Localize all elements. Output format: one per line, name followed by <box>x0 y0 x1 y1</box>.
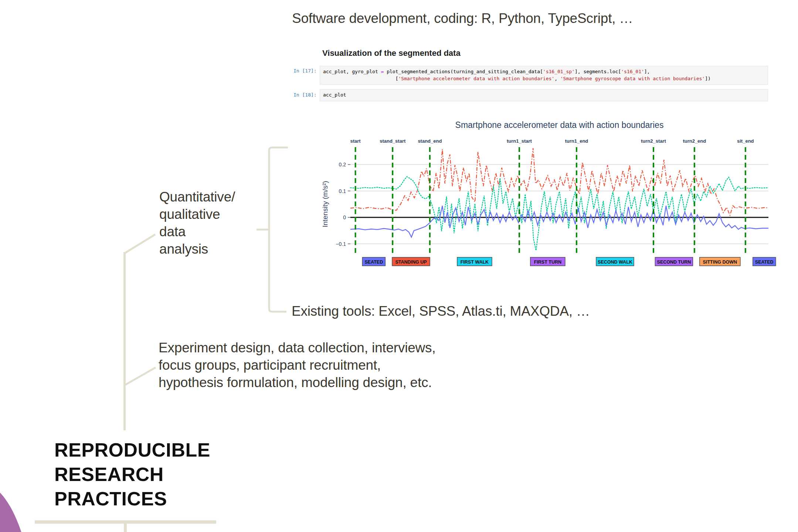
svg-text:FIRST WALK: FIRST WALK <box>461 260 489 265</box>
svg-text:Intensity (m/s²): Intensity (m/s²) <box>321 181 329 227</box>
diagonal-quant-line <box>125 234 155 253</box>
svg-text:0.2: 0.2 <box>339 162 346 167</box>
svg-text:Smartphone accelerometer data: Smartphone accelerometer data with actio… <box>455 120 664 130</box>
svg-text:turn1_end: turn1_end <box>565 138 588 144</box>
branch-experiment-line: Experiment design, data collection, inte… <box>159 339 435 356</box>
diagonal-experiment-line <box>125 367 156 385</box>
svg-text:SECOND WALK: SECOND WALK <box>598 260 632 265</box>
accelerometer-chart: 0.20.10−0.1startstand_startstand_endturn… <box>318 89 798 274</box>
root-title: REPRODUCIBLE RESEARCH PRACTICES <box>54 438 210 511</box>
svg-text:SITTING DOWN: SITTING DOWN <box>703 260 737 265</box>
bracket-line <box>269 148 288 312</box>
svg-text:SECOND TURN: SECOND TURN <box>657 260 691 265</box>
branch-software-label: Software development, coding: R, Python,… <box>292 10 633 27</box>
svg-text:0: 0 <box>343 214 346 220</box>
svg-text:sit_end: sit_end <box>737 138 754 144</box>
svg-text:stand_start: stand_start <box>380 138 406 144</box>
svg-text:0.1: 0.1 <box>339 188 346 194</box>
branch-quant-line: analysis <box>159 240 235 258</box>
svg-text:turn1_start: turn1_start <box>507 138 532 144</box>
branch-experiment-line: hypothesis formulation, modelling design… <box>159 374 435 391</box>
root-title-line: RESEARCH <box>54 462 210 487</box>
branch-quant-line: data <box>159 223 235 240</box>
svg-text:stand_end: stand_end <box>418 138 442 144</box>
svg-text:SEATED: SEATED <box>755 260 774 265</box>
svg-text:turn2_end: turn2_end <box>683 138 706 144</box>
svg-text:turn2_start: turn2_start <box>641 138 666 144</box>
branch-quant-line: qualitative <box>159 206 235 223</box>
branch-quant-line: Quantitative/ <box>159 188 235 206</box>
cell-prompt: In [17]: <box>293 68 317 74</box>
code-cell: acc_plot, gyro_plot = plot_segmented_act… <box>320 66 768 85</box>
svg-text:−0.1: −0.1 <box>336 241 346 247</box>
root-title-line: PRACTICES <box>54 487 210 511</box>
branch-quant-label: Quantitative/ qualitative data analysis <box>159 188 235 258</box>
purple-accent-shape <box>0 482 35 532</box>
svg-text:FIRST TURN: FIRST TURN <box>534 260 561 265</box>
svg-text:SEATED: SEATED <box>364 260 383 265</box>
branch-experiment-label: Experiment design, data collection, inte… <box>159 339 435 391</box>
cell-prompt: In [18]: <box>293 92 317 98</box>
branch-existing-tools-label: Existing tools: Excel, SPSS, Atlas.ti, M… <box>292 302 590 320</box>
code-text: acc_plot, gyro_plot = plot_segmented_act… <box>320 66 768 84</box>
root-title-line: REPRODUCIBLE <box>54 438 210 462</box>
branch-experiment-line: focus groups, participant recruitment, <box>159 356 435 374</box>
svg-text:STANDING UP: STANDING UP <box>395 260 427 265</box>
notebook-heading: Visualization of the segmented data <box>322 48 461 58</box>
slide: Software development, coding: R, Python,… <box>0 0 798 532</box>
svg-text:start: start <box>350 138 361 144</box>
